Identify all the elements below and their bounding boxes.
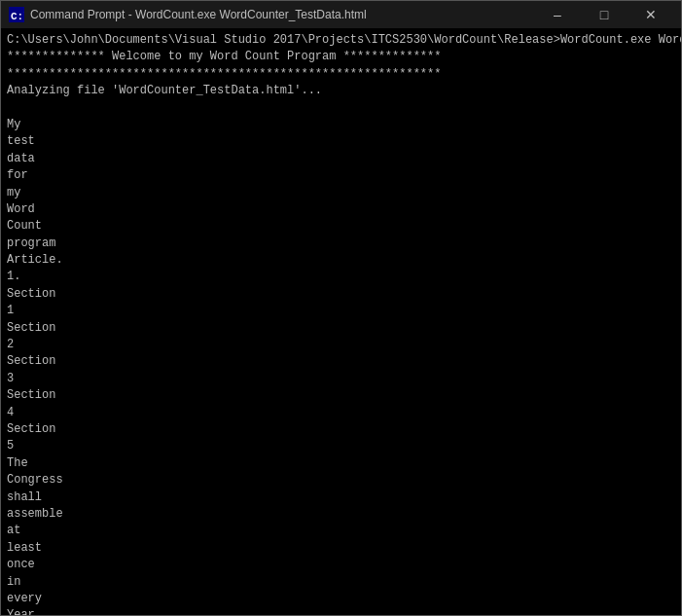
title-bar-controls: – □ ✕ bbox=[535, 1, 673, 28]
cmd-window: C:\ Command Prompt - WordCount.exe WordC… bbox=[0, 0, 682, 616]
console-output: C:\Users\John\Documents\Visual Studio 20… bbox=[7, 32, 675, 615]
svg-text:C:\: C:\ bbox=[11, 11, 24, 22]
cmd-icon: C:\ bbox=[9, 7, 24, 22]
console-area[interactable]: C:\Users\John\Documents\Visual Studio 20… bbox=[1, 28, 681, 615]
maximize-button[interactable]: □ bbox=[582, 1, 627, 28]
title-bar: C:\ Command Prompt - WordCount.exe WordC… bbox=[1, 1, 681, 28]
minimize-button[interactable]: – bbox=[535, 1, 580, 28]
title-bar-text: Command Prompt - WordCount.exe WordCount… bbox=[30, 8, 535, 21]
close-button[interactable]: ✕ bbox=[628, 1, 673, 28]
